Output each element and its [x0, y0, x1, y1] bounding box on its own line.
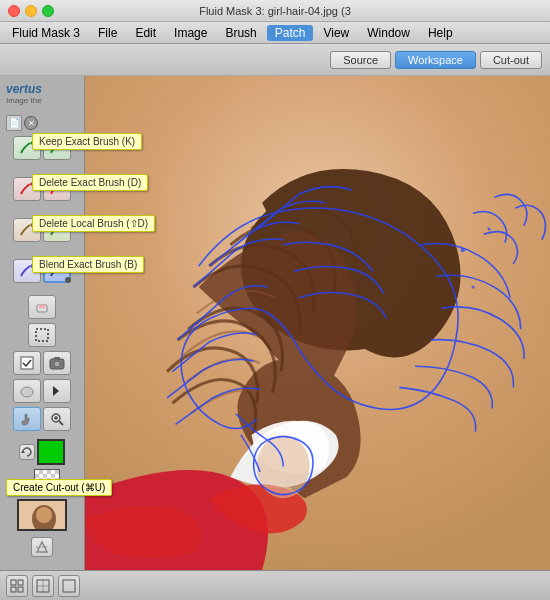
maximize-button[interactable] [42, 5, 54, 17]
menu-help[interactable]: Help [420, 25, 461, 41]
logo-subtext: Image the [6, 96, 78, 105]
svg-line-9 [59, 421, 63, 425]
window-title: Fluid Mask 3: girl-hair-04.jpg (3 [199, 5, 351, 17]
color-row [2, 438, 82, 466]
marquee-button[interactable] [28, 323, 56, 347]
svg-rect-1 [39, 305, 45, 308]
blend-exact-brush-active-button[interactable] [43, 259, 71, 283]
titlebar: Fluid Mask 3: girl-hair-04.jpg (3 [0, 0, 550, 22]
menu-image[interactable]: Image [166, 25, 215, 41]
delete-exact-brush-alt-button[interactable] [43, 177, 71, 201]
erase-row [2, 294, 82, 320]
keep-exact-brush-alt-button[interactable] [43, 136, 71, 160]
grid-medium-button[interactable] [32, 575, 54, 597]
create-cutout-tooltip: Create Cut-out (⌘U) [6, 479, 112, 496]
menu-file[interactable]: File [90, 25, 125, 41]
delete-local-brush-alt-button[interactable] [43, 218, 71, 242]
minimize-button[interactable] [25, 5, 37, 17]
svg-rect-25 [18, 587, 23, 592]
outline-layer [85, 76, 550, 570]
blend-exact-brush-button[interactable] [13, 259, 41, 283]
menu-fluid-mask[interactable]: Fluid Mask 3 [4, 25, 88, 41]
camera-button[interactable] [43, 351, 71, 375]
svg-point-7 [21, 387, 33, 397]
menu-patch[interactable]: Patch [267, 25, 314, 41]
bottom-bar [0, 570, 550, 600]
blend-exact-row: Blend Exact Brush (B) [2, 258, 82, 284]
logo-text: vertus [6, 82, 78, 96]
svg-rect-24 [11, 587, 16, 592]
tab-bar: Source Workspace Cut-out [0, 44, 550, 76]
svg-rect-23 [18, 580, 23, 585]
eraser-button[interactable] [28, 295, 56, 319]
file-icon[interactable]: 📄 [6, 115, 22, 131]
main-area: vertus Image the 📄 ✕ Keep Exact Brush (K… [0, 76, 550, 570]
arrow-button[interactable] [43, 379, 71, 403]
svg-point-20 [487, 227, 490, 230]
foreground-color[interactable] [37, 439, 65, 465]
grid-small-button[interactable] [6, 575, 28, 597]
logo-area: vertus Image the [2, 80, 82, 107]
svg-point-15 [36, 507, 52, 523]
avatar-row: Create Cut-out (⌘U) [2, 498, 82, 532]
menu-window[interactable]: Window [359, 25, 418, 41]
left-toolbar: vertus Image the 📄 ✕ Keep Exact Brush (K… [0, 76, 85, 570]
delete-local-brush-button[interactable] [13, 218, 41, 242]
transform-row [2, 536, 82, 558]
svg-point-21 [472, 286, 475, 289]
keep-exact-row: Keep Exact Brush (K) [2, 135, 82, 161]
canvas-area[interactable] [85, 76, 550, 570]
hand-button[interactable] [13, 407, 41, 431]
tab-cutout[interactable]: Cut-out [480, 51, 542, 69]
menubar: Fluid Mask 3 File Edit Image Brush Patch… [0, 22, 550, 44]
svg-rect-2 [36, 329, 48, 341]
svg-rect-29 [63, 580, 75, 592]
blob-button[interactable] [13, 379, 41, 403]
svg-rect-22 [11, 580, 16, 585]
delete-local-row: Delete Local Brush (⇧D) [2, 217, 82, 243]
menu-brush[interactable]: Brush [217, 25, 264, 41]
close-file-icon[interactable]: ✕ [24, 116, 38, 130]
delete-exact-row: Delete Exact Brush (D) [2, 176, 82, 202]
checkbox-row [2, 350, 82, 376]
svg-point-5 [54, 361, 60, 367]
grid-large-button[interactable] [58, 575, 80, 597]
rotate-button[interactable] [19, 444, 35, 460]
check-button[interactable] [13, 351, 41, 375]
arrow-row [2, 378, 82, 404]
svg-marker-12 [21, 450, 25, 453]
hand-zoom-row [2, 406, 82, 432]
svg-rect-6 [54, 357, 60, 360]
zoom-button[interactable] [43, 407, 71, 431]
tab-workspace[interactable]: Workspace [395, 51, 476, 69]
tab-source[interactable]: Source [330, 51, 391, 69]
select-row [2, 322, 82, 348]
file-icons-row: 📄 ✕ [2, 113, 82, 133]
delete-exact-brush-button[interactable] [13, 177, 41, 201]
window-controls [8, 5, 54, 17]
close-button[interactable] [8, 5, 20, 17]
transform-button[interactable] [31, 537, 53, 557]
brush-tools: Keep Exact Brush (K) Delete Exact Brush … [2, 135, 82, 292]
menu-view[interactable]: View [315, 25, 357, 41]
svg-rect-3 [21, 357, 33, 369]
menu-edit[interactable]: Edit [127, 25, 164, 41]
svg-point-19 [461, 248, 465, 252]
keep-exact-brush-button[interactable] [13, 136, 41, 160]
image-thumbnail[interactable] [17, 499, 67, 531]
